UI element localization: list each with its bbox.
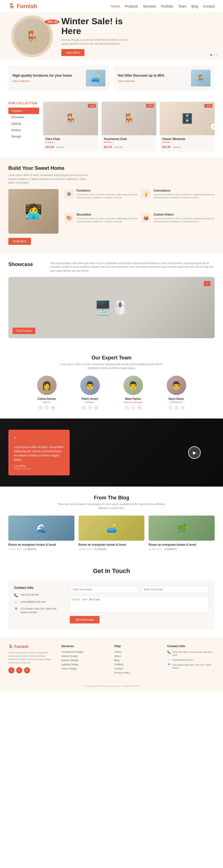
category-furniture[interactable]: Furniture bbox=[8, 107, 39, 114]
footer-logo-icon: 🪑 bbox=[8, 644, 13, 649]
build-home-read-more[interactable]: Read More bbox=[8, 238, 31, 245]
category-decorative[interactable]: Decorative bbox=[8, 114, 39, 120]
hero-furniture-img: 🪑 bbox=[14, 18, 50, 54]
team-member-2-socials: f t in bbox=[70, 405, 109, 410]
blog-post-3-image: 🌿 bbox=[149, 516, 215, 541]
footer-services-col: Services Architecture Design Interior De… bbox=[61, 644, 109, 676]
contact-submit-button[interactable]: Send Message bbox=[70, 616, 99, 623]
footer-social-tw[interactable]: t bbox=[16, 667, 22, 673]
nav-services[interactable]: Services bbox=[143, 4, 156, 8]
nav-products[interactable]: Products bbox=[125, 4, 138, 8]
hero-dot-3[interactable] bbox=[216, 54, 217, 56]
nav-blog[interactable]: Blog bbox=[191, 4, 198, 8]
promo-card-1-text: High-quality furnitures for your home Vi… bbox=[12, 73, 72, 83]
decoration-icon: 🎨 bbox=[64, 213, 74, 223]
contact-title: Get In Touch bbox=[8, 567, 215, 575]
product-2-badge: -30% bbox=[146, 104, 154, 107]
decoration-text: Decoration Lorem ipsum dolor sit amet, c… bbox=[77, 213, 138, 223]
nav-links: Home Products Services Portfolio Team Bl… bbox=[111, 4, 215, 9]
footer-service-5[interactable]: Tower Design bbox=[61, 667, 109, 670]
hero-dot-2[interactable] bbox=[213, 54, 215, 56]
social-tw-1[interactable]: t bbox=[44, 405, 49, 410]
team-member-2: 👨 Patric Green Designer f t in bbox=[70, 376, 109, 410]
social-tw-2[interactable]: t bbox=[88, 405, 93, 410]
footer-copyright: © Copyright © 2020 Company Name. All Rig… bbox=[84, 685, 140, 687]
blog-posts: 🌊 Rouen an orangutan known & loved 20 Ap… bbox=[8, 516, 215, 551]
showcase-expand-icon[interactable]: ⤢ bbox=[204, 281, 211, 286]
social-in-4[interactable]: in bbox=[180, 405, 185, 410]
logo[interactable]: 🪑 Furnish bbox=[8, 3, 37, 9]
team-member-1-socials: f t in bbox=[27, 405, 66, 410]
footer-service-4[interactable]: Lighting Design bbox=[61, 663, 109, 666]
feature-consultancy: 💡 Consultancy Lorem ipsum dolor sit amet… bbox=[141, 189, 215, 210]
footer-phone-icon: 📞 bbox=[167, 651, 170, 654]
footer-help-portfolio[interactable]: Portfolio bbox=[114, 663, 162, 666]
promo-card-1-link[interactable]: View Collection bbox=[12, 80, 72, 83]
nav-portfolio[interactable]: Portfolio bbox=[161, 4, 173, 8]
footer-address: 123 Evanto Suite 100, New York, Saudi Ar… bbox=[172, 663, 215, 670]
testimonial-play-button[interactable]: ▶ bbox=[188, 446, 201, 459]
blog-post-3-author: J. PARKER bbox=[163, 548, 178, 551]
social-fb-4[interactable]: f bbox=[167, 405, 172, 410]
nav-team[interactable]: Team bbox=[178, 4, 186, 8]
footer-top: 🪑 Furnish Lorem ipsum dolor sit amet, co… bbox=[8, 644, 215, 676]
team-avatar-4: 👨 bbox=[167, 376, 186, 395]
blog-post-1: 🌊 Rouen an orangutan known & loved 20 Ap… bbox=[8, 516, 74, 551]
social-fb-3[interactable]: f bbox=[124, 405, 129, 410]
testimonial-section: " Lorem ipsum dolor sit amet, consectetu… bbox=[0, 418, 223, 487]
footer-logo: 🪑 Furnish bbox=[8, 644, 56, 649]
product-card-2: 🪑 -30% Touchwood Chair ★★★★☆ $20.25 $36.… bbox=[101, 102, 156, 151]
product-card-3: 🗄️ -30% Classic Wardrobe ★★★★☆ $25.95 $4… bbox=[160, 102, 215, 151]
custom-orders-text: Custom Orders Lorem ipsum dolor sit amet… bbox=[154, 213, 215, 223]
blog-post-2-date: 26 April 2020 bbox=[78, 548, 92, 550]
showcase-preview-button[interactable]: Full Preview bbox=[12, 328, 35, 334]
category-lighting[interactable]: Lighting bbox=[8, 120, 39, 127]
footer-help-home[interactable]: Home bbox=[114, 651, 162, 653]
navbar: 🪑 Furnish Home Products Services Portfol… bbox=[0, 0, 223, 12]
product-1-stars: ★★★★☆ bbox=[45, 141, 96, 144]
hero-section: 🪑 -35% off Winter Sale! is Here One day … bbox=[0, 12, 223, 60]
category-storage[interactable]: Storage bbox=[8, 133, 39, 140]
footer-address-icon: 📍 bbox=[167, 663, 170, 666]
contact-name-input[interactable] bbox=[70, 586, 138, 593]
collection-next-arrow[interactable]: › bbox=[211, 123, 217, 130]
collection-categories: Furniture Decorative Lighting Outdoor St… bbox=[8, 107, 39, 140]
team-member-1-name: Celina Gomez bbox=[27, 397, 66, 400]
category-outdoor[interactable]: Outdoor bbox=[8, 127, 39, 133]
product-3-old-price: $40.00 bbox=[173, 146, 181, 149]
product-2-stars: ★★★★☆ bbox=[104, 141, 154, 144]
team-section: Our Expert Team Lorem ipsum dolor sit am… bbox=[0, 347, 223, 418]
footer-social-in[interactable]: in bbox=[24, 667, 30, 673]
showcase-image: 🖥️🖱️ Full Preview ⤢ bbox=[8, 277, 215, 338]
social-fb-2[interactable]: f bbox=[81, 405, 86, 410]
social-in-2[interactable]: in bbox=[94, 405, 99, 410]
nav-home[interactable]: Home bbox=[111, 4, 120, 8]
testimonial-author-role: Happy Customer bbox=[14, 467, 64, 470]
footer-service-2[interactable]: Interior Design bbox=[61, 655, 109, 657]
social-fb-1[interactable]: f bbox=[38, 405, 43, 410]
social-tw-4[interactable]: t bbox=[174, 405, 179, 410]
blog-post-3-date: 26 April 2020 bbox=[149, 548, 162, 550]
nav-contact[interactable]: Contact bbox=[203, 4, 215, 8]
footer-help-privacy[interactable]: Privacy Policy bbox=[114, 672, 162, 674]
footer-help-about[interactable]: About bbox=[114, 655, 162, 657]
testimonial-text: Lorem ipsum dolor sit amet, consectetur … bbox=[14, 445, 64, 462]
footer-social-fb[interactable]: f bbox=[8, 667, 14, 673]
footer-help-blog[interactable]: Blog bbox=[114, 659, 162, 662]
hero-dot-1[interactable] bbox=[210, 54, 212, 56]
hero-cta-button[interactable]: Learn More bbox=[61, 49, 85, 56]
social-in-1[interactable]: in bbox=[51, 405, 56, 410]
blog-post-1-author: J. PARKER bbox=[23, 548, 37, 551]
footer-service-3[interactable]: Exterior Design bbox=[61, 659, 109, 662]
feature-furnitures: ⊞ Furnitures Lorem ipsum dolor sit amet,… bbox=[64, 189, 138, 210]
contact-section: Get In Touch Contact Info 📞 +88-1234-567… bbox=[0, 559, 223, 638]
custom-orders-icon: 📦 bbox=[141, 213, 151, 223]
social-tw-3[interactable]: t bbox=[131, 405, 136, 410]
contact-email-input[interactable] bbox=[141, 586, 209, 593]
footer-help-contact[interactable]: Contact bbox=[114, 667, 162, 670]
promo-card-2-link[interactable]: View Collection bbox=[118, 80, 164, 83]
team-avatar-3: 👨 bbox=[124, 376, 143, 395]
social-in-3[interactable]: in bbox=[137, 405, 142, 410]
contact-message-input[interactable] bbox=[70, 596, 209, 613]
footer-service-1[interactable]: Architecture Design bbox=[61, 651, 109, 653]
